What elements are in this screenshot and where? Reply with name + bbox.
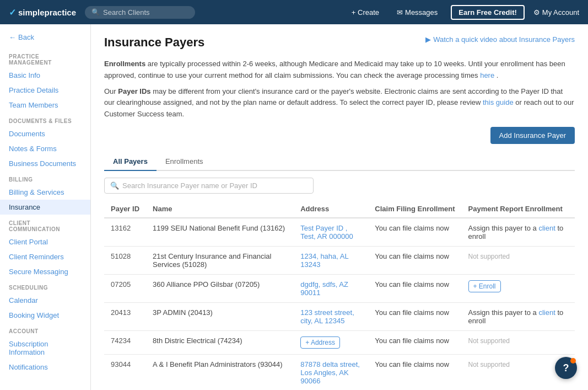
claim-enrollment-cell: You can file claims now xyxy=(368,354,461,390)
address-link[interactable]: Test Payer ID , Test, AR 000000 xyxy=(300,224,353,241)
my-account-button[interactable]: ⚙ My Account xyxy=(533,8,579,17)
create-button[interactable]: + Create xyxy=(347,6,384,19)
enroll-button[interactable]: + Enroll xyxy=(468,280,501,292)
messages-icon: ✉ xyxy=(397,8,403,17)
table-row: 204133P ADMIN (20413)123 street street, … xyxy=(104,302,575,330)
search-clients-input[interactable] xyxy=(103,8,180,17)
page-title: Insurance Payers xyxy=(104,35,204,50)
sidebar-item-secure-messaging[interactable]: Secure Messaging xyxy=(0,264,90,279)
top-navigation: ✓ simplepractice 🔍 + Create ✉ Messages E… xyxy=(0,0,588,24)
sidebar-item-notifications[interactable]: Notifications xyxy=(0,360,90,375)
sidebar-item-client-reminders[interactable]: Client Reminders xyxy=(0,249,90,264)
help-icon: ? xyxy=(563,362,569,374)
sidebar-item-documents[interactable]: Documents xyxy=(0,126,90,141)
table-header-claim-filing-enrollment: Claim Filing Enrollment xyxy=(368,200,461,218)
payer-name-cell: 360 Alliance PPO Gilsbar (07205) xyxy=(146,274,294,302)
earn-credit-button[interactable]: Earn Free Credit! xyxy=(451,5,524,20)
this-guide-link[interactable]: this guide xyxy=(483,98,514,106)
sidebar-section-title: BILLING xyxy=(0,171,90,185)
sidebar-item-booking-widget[interactable]: Booking Widget xyxy=(0,308,90,323)
payment-enrollment-cell: Not supported xyxy=(462,330,575,354)
claim-enrollment-cell: You can file claims now xyxy=(368,302,461,330)
payers-table-wrapper: Payer IDNameAddressClaim Filing Enrollme… xyxy=(104,200,575,390)
back-button[interactable]: ← Back xyxy=(0,33,90,48)
payer-id-cell: 93044 xyxy=(104,354,146,390)
address-link[interactable]: 123 street street, city, AL 12345 xyxy=(300,308,354,325)
search-payer-icon: 🔍 xyxy=(110,181,119,190)
payer-ids-bold: Payer IDs xyxy=(118,87,150,95)
client-link[interactable]: client xyxy=(538,308,555,317)
enrollments-bold: Enrollments xyxy=(104,60,145,68)
table-header-name: Name xyxy=(146,200,294,218)
address-link[interactable]: 87878 delta street, Los Angles, AK 90066 xyxy=(300,360,360,385)
sidebar-item-subscription[interactable]: Subscription Information xyxy=(0,336,90,360)
table-header-address: Address xyxy=(294,200,368,218)
payer-name-cell: 8th Distric Electrical (74234) xyxy=(146,330,294,354)
payer-id-cell: 20413 xyxy=(104,302,146,330)
payer-address-cell: + Address xyxy=(294,330,368,354)
back-label: Back xyxy=(18,33,34,41)
payer-address-cell: 1234, haha, AL 13243 xyxy=(294,246,368,274)
claim-enrollment-cell: You can file claims now xyxy=(368,330,461,354)
search-bar: 🔍 xyxy=(85,6,195,19)
info2-text: Our xyxy=(104,87,118,95)
payers-table: Payer IDNameAddressClaim Filing Enrollme… xyxy=(104,200,575,390)
payment-enrollment-cell: Assign this payer to a client to enroll xyxy=(462,218,575,247)
table-header: Payer IDNameAddressClaim Filing Enrollme… xyxy=(104,200,575,218)
logo[interactable]: ✓ simplepractice xyxy=(9,7,76,18)
assign-payer-text: Assign this payer to a xyxy=(468,308,539,317)
video-link[interactable]: ▶ Watch a quick video about Insurance Pa… xyxy=(425,35,575,44)
payer-search-bar: 🔍 xyxy=(104,178,314,194)
client-link[interactable]: client xyxy=(538,224,555,232)
main-content: Insurance Payers ▶ Watch a quick video a… xyxy=(91,24,588,390)
table-row: 07205360 Alliance PPO Gilsbar (07205)dgd… xyxy=(104,274,575,302)
tab-all-payers[interactable]: All Payers xyxy=(104,153,157,171)
sidebar-item-notes-forms[interactable]: Notes & Forms xyxy=(0,141,90,156)
video-icon: ▶ xyxy=(425,35,431,44)
payer-search-input[interactable] xyxy=(122,181,308,190)
sidebar-item-billing-services[interactable]: Billing & Services xyxy=(0,185,90,200)
main-layout: ← Back PRACTICE MANAGEMENTBasic InfoPrac… xyxy=(0,24,588,390)
claim-enrollment-cell: You can file claims now xyxy=(368,246,461,274)
messages-button[interactable]: ✉ Messages xyxy=(392,6,442,19)
table-body: 131621199 SEIU National Benefit Fund (13… xyxy=(104,218,575,390)
info-block-1: Enrollments are typically processed with… xyxy=(104,58,575,82)
payment-enrollment-cell: + Enroll xyxy=(462,274,575,302)
sidebar-item-team-members[interactable]: Team Members xyxy=(0,98,90,113)
payer-name-cell: 21st Century Insurance and Financial Ser… xyxy=(146,246,294,274)
payer-name-cell: 1199 SEIU National Benefit Fund (13162) xyxy=(146,218,294,247)
table-header-payment-report-enrollment: Payment Report Enrollment xyxy=(462,200,575,218)
sidebar-item-calendar[interactable]: Calendar xyxy=(0,293,90,308)
payer-address-cell: 87878 delta street, Los Angles, AK 90066 xyxy=(294,354,368,390)
payer-address-cell: dgdfg, sdfs, AZ 90011 xyxy=(294,274,368,302)
tab-enrollments[interactable]: Enrollments xyxy=(157,153,212,171)
not-supported-text: Not supported xyxy=(468,253,510,260)
assign-payer-text: Assign this payer to a xyxy=(468,224,539,232)
notification-dot xyxy=(570,358,576,364)
table-row: 131621199 SEIU National Benefit Fund (13… xyxy=(104,218,575,247)
add-insurance-payer-button[interactable]: Add Insurance Payer xyxy=(490,127,575,144)
sidebar-item-basic-info[interactable]: Basic Info xyxy=(0,68,90,83)
help-bubble[interactable]: ? xyxy=(555,357,577,379)
sidebar-section-title: ACCOUNT xyxy=(0,323,90,336)
payment-enrollment-cell: Assign this payer to a client to enroll xyxy=(462,302,575,330)
address-link[interactable]: dgdfg, sdfs, AZ 90011 xyxy=(300,280,348,297)
gear-icon: ⚙ xyxy=(533,8,540,17)
table-header-payer-id: Payer ID xyxy=(104,200,146,218)
sidebar-item-client-portal[interactable]: Client Portal xyxy=(0,234,90,249)
payer-address-cell: 123 street street, city, AL 12345 xyxy=(294,302,368,330)
info-block-2: Our Payer IDs may be different from your… xyxy=(104,86,575,120)
address-link[interactable]: 1234, haha, AL 13243 xyxy=(300,252,348,269)
not-supported-text: Not supported xyxy=(468,361,510,368)
sidebar-section-title: DOCUMENTS & FILES xyxy=(0,113,90,126)
sidebar: ← Back PRACTICE MANAGEMENTBasic InfoPrac… xyxy=(0,24,91,390)
sidebar-item-business-documents[interactable]: Business Documents xyxy=(0,156,90,171)
logo-check-icon: ✓ xyxy=(9,7,16,18)
add-address-button[interactable]: + Address xyxy=(300,336,340,349)
payer-tabs: All PayersEnrollments xyxy=(104,153,575,171)
here-link[interactable]: here xyxy=(480,71,494,79)
sidebar-item-practice-details[interactable]: Practice Details xyxy=(0,83,90,98)
payer-id-cell: 07205 xyxy=(104,274,146,302)
sidebar-item-insurance[interactable]: Insurance xyxy=(0,200,90,215)
payer-id-cell: 13162 xyxy=(104,218,146,247)
